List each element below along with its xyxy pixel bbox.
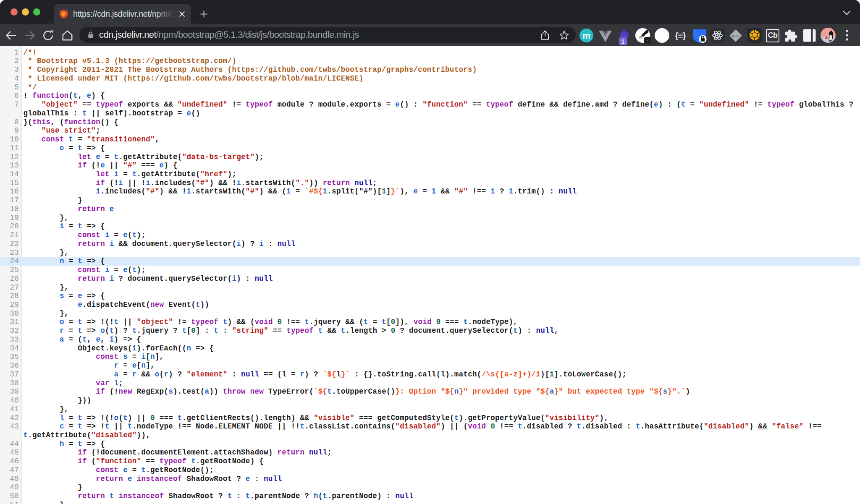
svg-text:1: 1 bbox=[621, 38, 625, 45]
svg-text:DLLC: DLLC bbox=[732, 34, 739, 37]
